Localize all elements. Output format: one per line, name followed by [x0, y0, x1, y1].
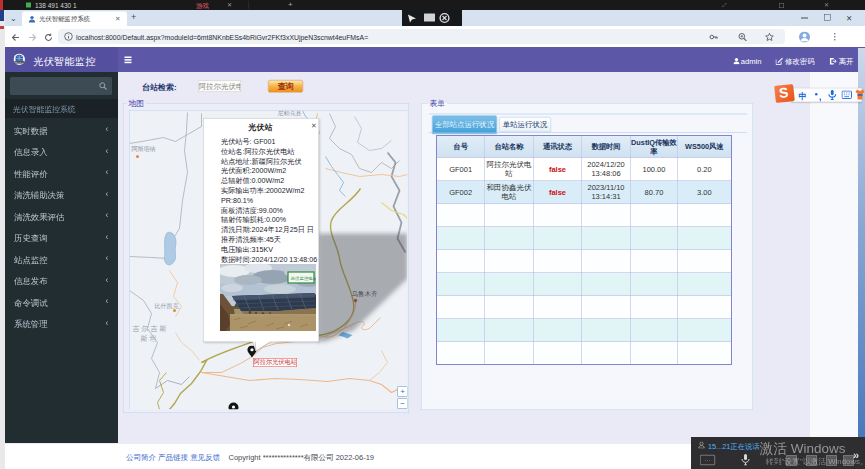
svg-text:吉尔吉斯: 吉尔吉斯 — [133, 325, 169, 333]
svg-text:阿斯塔纳: 阿斯塔纳 — [132, 146, 156, 153]
svg-text:比什凯克: 比什凯克 — [155, 302, 179, 310]
svg-text:光伏监控电站: 光伏监控电站 — [291, 276, 317, 281]
svg-text:尼勒克县: 尼勒克县 — [278, 111, 302, 117]
svg-text:斯坦: 斯坦 — [141, 335, 159, 342]
